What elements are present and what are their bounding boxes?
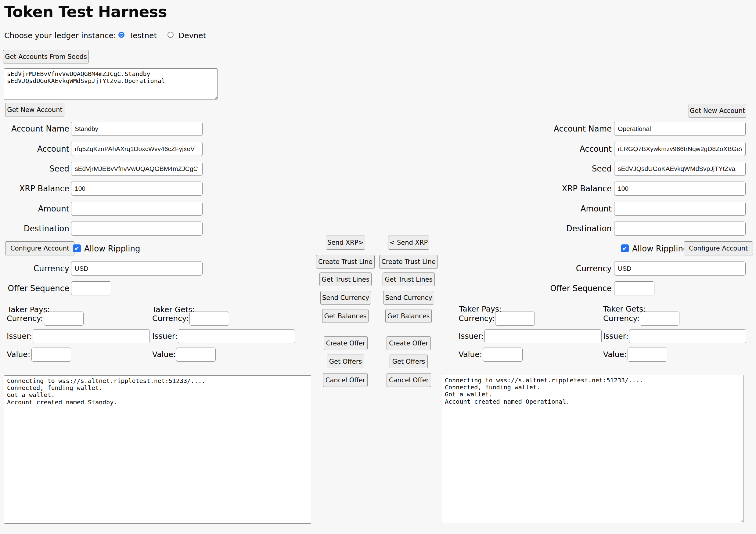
standby-currency-label: Currency [0,262,69,275]
operational-destination-label: Destination [516,221,612,236]
standby-create-offer-button[interactable]: Create Offer [324,336,367,350]
operational-destination-input[interactable] [614,221,745,236]
operational-seed-input[interactable] [614,162,745,176]
operational-account-name-label: Account Name [516,122,612,136]
standby-allow-rippling-checkbox[interactable] [73,244,81,252]
operational-allow-rippling-label: Allow Rippling [632,244,688,252]
operational-cancel-offer-button[interactable]: Cancel Offer [387,373,431,387]
operational-taker-pays-currency-label: Currency: [459,312,495,325]
standby-log-textarea[interactable] [4,375,311,524]
devnet-radio[interactable] [168,32,174,38]
operational-get-trust-lines-button[interactable]: Get Trust Lines [383,272,435,286]
standby-seed-label: Seed [0,162,69,176]
standby-send-currency-button[interactable]: Send Currency [320,291,371,304]
standby-taker-gets-issuer-label: Issuer: [152,329,177,343]
operational-log-textarea[interactable] [442,375,743,523]
operational-account-input[interactable] [614,142,745,156]
devnet-radio-label[interactable]: Devnet [178,31,206,40]
testnet-radio[interactable] [119,32,124,38]
standby-xrp-balance-label: XRP Balance [0,182,69,196]
seeds-textarea[interactable] [4,68,218,100]
standby-taker-pays-value-input[interactable] [31,348,71,362]
standby-destination-label: Destination [0,221,69,236]
standby-amount-input[interactable] [71,202,202,216]
standby-taker-pays-issuer-label: Issuer: [7,329,32,343]
standby-destination-input[interactable] [71,221,202,236]
standby-taker-pays-value-label: Value: [7,348,30,362]
operational-configure-account-button[interactable]: Configure Account [684,241,753,255]
operational-taker-pays-issuer-label: Issuer: [459,329,484,343]
operational-offer-sequence-input[interactable] [614,281,654,295]
standby-account-label: Account [0,142,69,156]
standby-account-name-label: Account Name [0,122,69,136]
operational-send-currency-button[interactable]: Send Currency [383,291,434,304]
standby-cancel-offer-button[interactable]: Cancel Offer [323,373,367,387]
standby-seed-input[interactable] [71,162,202,176]
standby-get-offers-button[interactable]: Get Offers [327,354,364,368]
operational-amount-label: Amount [516,202,612,216]
operational-taker-gets-issuer-label: Issuer: [603,329,629,343]
operational-create-trust-line-button[interactable]: Create Trust Line [379,255,438,268]
operational-get-balances-button[interactable]: Get Balances [385,309,432,323]
operational-taker-gets-currency-label: Currency: [603,312,639,325]
standby-get-balances-button[interactable]: Get Balances [322,309,368,323]
standby-taker-gets-issuer-input[interactable] [178,329,295,343]
standby-account-input[interactable] [71,142,202,156]
operational-get-new-account-button[interactable]: Get New Account [688,104,746,118]
standby-taker-pays-currency-input[interactable] [44,312,84,325]
standby-allow-rippling-label: Allow Rippling [84,244,140,252]
operational-taker-pays-value-label: Value: [459,348,482,362]
standby-taker-gets-value-input[interactable] [176,348,216,362]
operational-xrp-balance-label: XRP Balance [516,182,612,196]
ledger-instance-label: Choose your ledger instance: [4,31,116,40]
standby-offer-sequence-input[interactable] [71,281,111,295]
operational-taker-pays-value-input[interactable] [483,348,523,362]
operational-taker-gets-issuer-input[interactable] [629,329,746,343]
operational-taker-pays-currency-input[interactable] [495,312,535,325]
operational-get-offers-button[interactable]: Get Offers [390,354,428,368]
standby-offer-sequence-label: Offer Sequence [0,281,69,295]
testnet-radio-label[interactable]: Testnet [129,31,157,40]
send-xrp-standby-to-operational-button[interactable]: Send XRP> [326,236,365,250]
standby-taker-gets-currency-label: Currency: [152,312,189,325]
standby-amount-label: Amount [0,202,69,216]
operational-taker-pays-issuer-input[interactable] [484,329,602,343]
standby-configure-account-button[interactable]: Configure Account [5,241,74,255]
standby-get-trust-lines-button[interactable]: Get Trust Lines [319,272,372,286]
operational-taker-gets-value-input[interactable] [628,348,667,362]
standby-taker-gets-currency-input[interactable] [189,312,229,325]
page-title: Token Test Harness [4,3,167,21]
send-xrp-operational-to-standby-button[interactable]: < Send XRP [388,236,429,250]
standby-taker-pays-currency-label: Currency: [7,312,43,325]
standby-currency-input[interactable] [71,262,202,275]
standby-get-new-account-button[interactable]: Get New Account [5,103,65,117]
operational-account-label: Account [516,142,612,156]
operational-offer-sequence-label: Offer Sequence [516,281,612,295]
operational-create-offer-button[interactable]: Create Offer [387,336,431,350]
operational-taker-gets-currency-input[interactable] [640,312,679,325]
get-accounts-from-seeds-button[interactable]: Get Accounts From Seeds [3,50,89,64]
standby-taker-gets-value-label: Value: [152,348,176,362]
operational-seed-label: Seed [516,162,612,176]
operational-account-name-input[interactable] [614,122,745,136]
standby-create-trust-line-button[interactable]: Create Trust Line [316,255,375,268]
standby-taker-pays-issuer-input[interactable] [33,329,150,343]
operational-taker-gets-value-label: Value: [603,348,627,362]
operational-allow-rippling-checkbox[interactable] [621,244,629,252]
operational-amount-input[interactable] [614,202,745,216]
operational-xrp-balance-input[interactable] [614,182,745,196]
operational-currency-label: Currency [516,262,612,275]
standby-account-name-input[interactable] [71,122,202,136]
operational-currency-input[interactable] [614,262,745,275]
standby-xrp-balance-input[interactable] [71,182,202,196]
token-test-harness-page: Token Test Harness Choose your ledger in… [0,0,756,534]
